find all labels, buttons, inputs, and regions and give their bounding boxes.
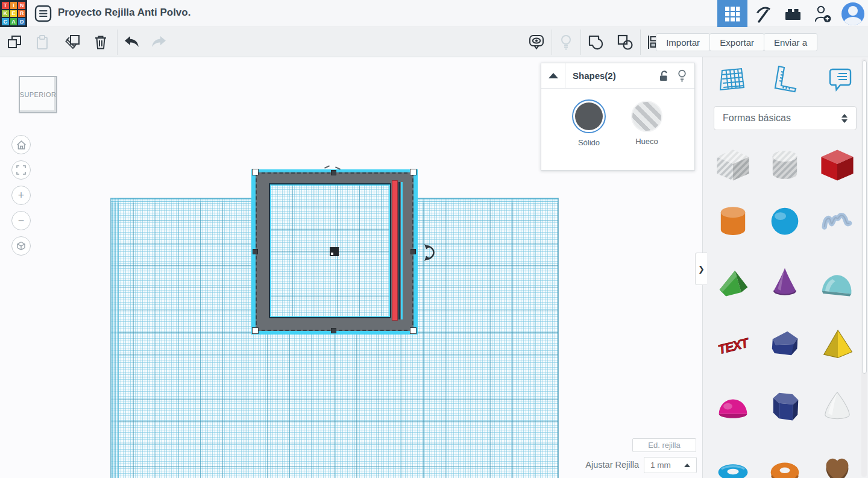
redo-icon[interactable]: [146, 29, 172, 55]
bulb-icon[interactable]: [673, 63, 691, 89]
avatar[interactable]: [838, 0, 868, 27]
shape-box[interactable]: [817, 144, 858, 185]
scale-handle-nw[interactable]: [252, 169, 259, 175]
object-red-slat[interactable]: [392, 180, 398, 321]
sidebar-collapse-tab[interactable]: ❯: [695, 253, 707, 285]
scale-handle-n[interactable]: [331, 170, 336, 175]
scale-handle-w[interactable]: [253, 249, 258, 254]
snap-grid-label: Ajustar Rejilla: [542, 460, 639, 470]
sidebar-scrollbar[interactable]: [861, 58, 867, 477]
zoom-in-icon[interactable]: +: [11, 186, 31, 205]
logo-tile: A: [10, 18, 17, 25]
import-button[interactable]: Importar: [656, 33, 710, 51]
scale-handle-s[interactable]: [331, 328, 336, 333]
logo-tile: E: [10, 10, 17, 17]
logo-tile: I: [10, 2, 17, 9]
scale-handle-se[interactable]: [410, 327, 417, 334]
snap-grid-value: 1 mm: [650, 461, 684, 470]
dropdown-arrows-icon: [841, 114, 848, 123]
workplane-edge: [111, 198, 119, 478]
shape-cylinder-hole[interactable]: [764, 144, 805, 185]
object-inner-edge: [398, 182, 400, 319]
object-center-handle[interactable]: [330, 247, 339, 256]
shape-half-cylinder[interactable]: [817, 261, 858, 302]
shape-hex-prism[interactable]: [764, 385, 805, 426]
inspector-title: Shapes(2): [565, 71, 655, 81]
caret-up-icon: [684, 464, 690, 467]
zoom-out-icon[interactable]: −: [11, 211, 31, 230]
delete-icon[interactable]: [87, 29, 114, 55]
hollow-option[interactable]: Hueco: [620, 99, 674, 146]
fit-view-icon[interactable]: [11, 160, 31, 180]
shape-text[interactable]: TEXT: [712, 323, 753, 364]
export-button[interactable]: Exportar: [709, 33, 764, 51]
rotate-handle-icon[interactable]: [423, 242, 439, 263]
brick-icon[interactable]: [778, 0, 808, 27]
edit-grid-button[interactable]: Ed. rejilla: [632, 438, 696, 452]
group-icon[interactable]: [582, 29, 609, 55]
svg-text:TEXT: TEXT: [717, 335, 751, 357]
header-right-icons: [717, 0, 868, 27]
home-icon[interactable]: [11, 135, 31, 154]
logo-tile: K: [2, 10, 9, 17]
invite-person-icon[interactable]: [808, 0, 838, 27]
copy-icon[interactable]: [1, 29, 28, 55]
shape-donut[interactable]: [764, 447, 805, 478]
shape-sphere[interactable]: [764, 200, 805, 241]
solid-swatch[interactable]: [572, 99, 606, 133]
inspector-panel: Shapes(2) Sólido Hueco: [541, 63, 695, 171]
undo-icon[interactable]: [118, 29, 145, 55]
scale-handle-e[interactable]: [410, 249, 416, 254]
ruler-icon[interactable]: [767, 64, 803, 95]
shape-cylinder[interactable]: [712, 200, 753, 241]
object-inner-highlight: [401, 182, 403, 319]
collapse-panel-icon[interactable]: [541, 63, 565, 89]
solid-label: Sólido: [562, 138, 616, 147]
scale-handle-ne[interactable]: [410, 169, 417, 175]
logo-tile: R: [18, 10, 25, 17]
shape-roof[interactable]: [712, 261, 753, 302]
shapes-sidebar: Formas básicas TEXT: [702, 57, 868, 478]
shape-torus[interactable]: [712, 447, 753, 478]
apps-grid-icon[interactable]: [717, 0, 747, 27]
view-cube[interactable]: SUPERIOR: [19, 76, 57, 113]
hollow-swatch[interactable]: [631, 101, 662, 132]
tinkercad-logo[interactable]: TINKERCAD: [0, 0, 27, 27]
shape-category-dropdown[interactable]: Formas básicas: [714, 106, 857, 130]
show-all-icon[interactable]: [523, 29, 550, 55]
hide-bulb-icon[interactable]: [553, 29, 579, 55]
scale-handle-sw[interactable]: [252, 327, 259, 334]
snap-grid-dropdown[interactable]: 1 mm: [644, 457, 697, 473]
logo-tile: D: [18, 18, 25, 25]
workplane-icon[interactable]: [714, 64, 750, 95]
logo-tile: T: [2, 2, 9, 9]
shape-category-value: Formas básicas: [723, 113, 841, 124]
unlock-icon[interactable]: [655, 63, 673, 89]
send-to-button[interactable]: Enviar a: [764, 33, 817, 51]
project-title[interactable]: Proyecto Rejilla Anti Polvo.: [58, 7, 190, 19]
shape-paraboloid[interactable]: [817, 385, 858, 426]
solid-option[interactable]: Sólido: [562, 99, 616, 147]
shape-pyramid[interactable]: [817, 323, 858, 364]
hollow-label: Hueco: [620, 137, 674, 146]
pickaxe-icon[interactable]: [747, 0, 778, 27]
notes-icon[interactable]: [822, 64, 858, 95]
top-bar: TINKERCAD Proyecto Rejilla Anti Polvo.: [0, 0, 868, 27]
design-menu-icon[interactable]: [34, 5, 52, 22]
shape-scribble[interactable]: [817, 200, 858, 241]
ungroup-icon[interactable]: [612, 29, 638, 55]
duplicate-icon[interactable]: [59, 29, 86, 55]
shape-box-hole[interactable]: [712, 144, 753, 185]
toolbar: Importar Exportar Enviar a: [0, 27, 868, 57]
logo-tile: C: [2, 18, 9, 25]
inspector-header: Shapes(2): [541, 63, 694, 89]
paste-icon[interactable]: [29, 29, 55, 55]
perspective-icon[interactable]: [11, 236, 31, 256]
shape-heart[interactable]: [817, 447, 858, 478]
logo-tile: N: [18, 2, 25, 9]
scrollbar-thumb[interactable]: [862, 60, 867, 374]
shape-cone[interactable]: [764, 261, 805, 302]
shape-hemisphere[interactable]: [712, 385, 753, 426]
shape-polygon[interactable]: [764, 323, 805, 364]
